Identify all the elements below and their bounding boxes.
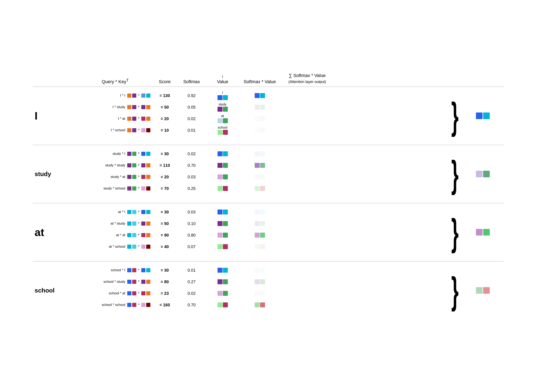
color-block: [217, 302, 222, 307]
color-block: [132, 163, 136, 168]
color-block: [132, 152, 136, 156]
cell-softmax: 0.01: [177, 128, 206, 133]
color-block: [217, 221, 222, 226]
color-block: [255, 128, 260, 133]
star-symbol: *: [138, 233, 139, 237]
cell-softmax: 0.01: [177, 268, 206, 273]
cell-value: [206, 291, 239, 296]
cell-score: = 10: [152, 128, 177, 133]
color-block: [132, 210, 136, 214]
color-block: [223, 244, 228, 249]
cell-score: = 50: [152, 105, 177, 110]
table-row: study * study*= 1100.70: [78, 160, 448, 170]
header-softmax: Softmax: [177, 79, 206, 84]
star-symbol: *: [138, 163, 139, 168]
color-block: [132, 291, 136, 295]
color-block: [141, 268, 146, 272]
color-block: [223, 291, 228, 296]
cell-softmax: 0.25: [177, 186, 206, 191]
color-block: [223, 118, 228, 123]
row-label: I * I: [120, 93, 125, 98]
color-block: [127, 245, 131, 249]
color-block: [255, 174, 260, 179]
color-block: [127, 152, 131, 156]
brace-char: }: [451, 97, 459, 135]
cell-score: = 30: [152, 210, 177, 215]
brace-col: }: [448, 207, 462, 257]
header-score: Score: [152, 79, 177, 84]
cell-query-key: school * study*: [78, 280, 152, 284]
star-symbol: *: [138, 128, 139, 132]
output-color-block: [483, 287, 490, 294]
star-symbol: *: [138, 221, 139, 226]
color-block: [217, 244, 222, 249]
cell-softmax: 0.70: [177, 303, 206, 307]
color-block: [141, 105, 146, 109]
cell-value: [206, 186, 239, 191]
color-block: [260, 174, 265, 179]
cell-score: = 130: [152, 93, 177, 98]
row-label: study * at: [111, 175, 125, 179]
color-block: [132, 268, 136, 272]
cell-score: = 23: [152, 291, 177, 296]
cell-value: at: [206, 114, 239, 123]
color-block: [127, 268, 131, 272]
cell-softmax-value: [239, 221, 281, 226]
cell-softmax: 0.92: [177, 93, 206, 98]
color-block: [260, 116, 265, 121]
color-block: [255, 233, 260, 238]
color-block: [223, 268, 228, 273]
table-row: school * school*= 1600.70: [78, 300, 448, 310]
row-label: I * at: [118, 117, 125, 121]
cell-value: [206, 221, 239, 226]
cell-query-key: I * at*: [78, 117, 152, 121]
row-label: study * I: [113, 152, 125, 156]
color-block: [255, 244, 260, 249]
word-label-school: school: [33, 265, 78, 316]
color-block: [223, 174, 228, 179]
color-block: [127, 117, 131, 121]
color-block: [217, 174, 222, 179]
cell-score: = 20: [152, 175, 177, 179]
color-block: [217, 210, 222, 215]
color-block: [132, 187, 136, 191]
output-col: [462, 207, 503, 257]
color-block: [141, 303, 146, 307]
color-block: [127, 210, 131, 214]
cell-value: [206, 279, 239, 284]
row-label: at * school: [109, 245, 125, 249]
color-block: [146, 210, 150, 214]
color-block: [260, 268, 265, 273]
table-row: study * at*= 200.03: [78, 172, 448, 182]
cell-softmax: 0.03: [177, 175, 206, 179]
table-row: school * I*= 300.01: [78, 265, 448, 275]
cell-query-key: at * school*: [78, 245, 152, 249]
color-block: [217, 186, 222, 191]
cell-softmax: 0.70: [177, 163, 206, 168]
star-symbol: *: [138, 210, 139, 214]
cell-softmax: 0.02: [177, 291, 206, 296]
row-label: study * school: [103, 187, 125, 191]
color-block: [146, 117, 150, 121]
color-block: [260, 163, 265, 168]
cell-softmax-value: [239, 116, 281, 121]
color-block: [141, 291, 146, 295]
star-symbol: *: [138, 105, 139, 109]
color-block: [146, 245, 150, 249]
color-block: [141, 221, 146, 226]
cell-softmax-value: [239, 128, 281, 133]
cell-softmax-value: [239, 233, 281, 238]
color-block: [146, 268, 150, 272]
output-color-block: [476, 287, 483, 294]
color-block: [127, 303, 131, 307]
color-block: [141, 128, 146, 132]
color-block: [255, 105, 260, 110]
color-block: [260, 279, 265, 284]
color-block: [260, 210, 265, 215]
cell-score: = 90: [152, 233, 177, 238]
color-block: [146, 93, 150, 98]
color-block: [146, 152, 150, 156]
color-block: [127, 128, 131, 132]
color-block: [141, 233, 146, 237]
color-block: [217, 163, 222, 168]
